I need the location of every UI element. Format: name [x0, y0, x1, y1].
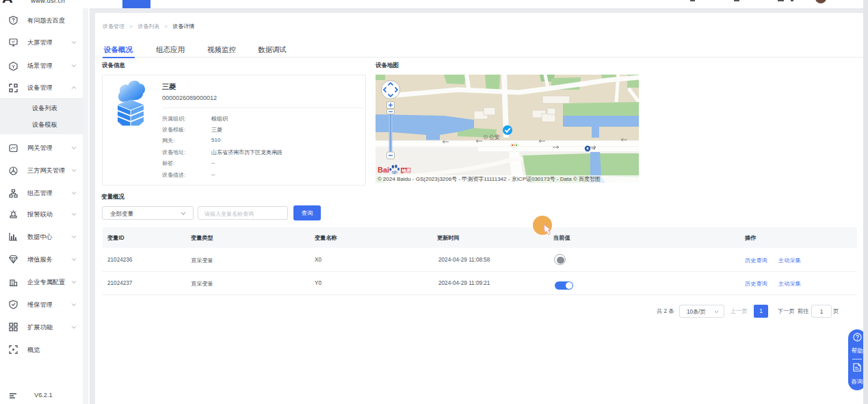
svg-text:du: du: [391, 169, 397, 174]
svg-text:公安: 公安: [489, 134, 500, 140]
svg-text:Bai: Bai: [378, 166, 389, 174]
svg-text:地图: 地图: [401, 168, 412, 174]
svg-text:© 2024 Baidu - GS(2023)3206号 -: © 2024 Baidu - GS(2023)3206号 - 甲测资字11111…: [378, 176, 601, 182]
